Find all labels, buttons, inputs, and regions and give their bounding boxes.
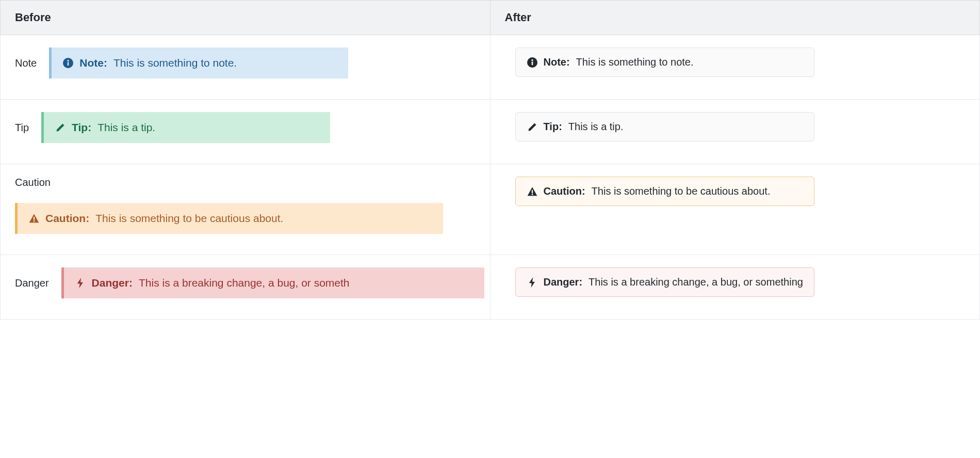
table-row: Caution Caution: This is something to be…	[1, 164, 980, 255]
column-header-after: After	[490, 1, 980, 35]
callout-text: This is something to note.	[576, 56, 694, 68]
callout-label: Danger:	[92, 277, 133, 289]
callout-text: This is a tip.	[97, 121, 155, 134]
callout-danger-after: Danger: This is a breaking change, a bug…	[515, 267, 814, 297]
table-row: Note Note: This is something to note.	[1, 35, 980, 100]
svg-point-2	[68, 60, 69, 61]
callout-text: This is a tip.	[568, 121, 624, 133]
callout-text: This is something to be cautious about.	[95, 212, 283, 225]
svg-point-9	[531, 194, 533, 195]
lightning-icon	[527, 277, 537, 288]
pencil-icon	[527, 122, 537, 132]
pencil-icon	[55, 122, 66, 133]
svg-rect-6	[34, 217, 35, 220]
callout-danger-before: Danger: This is a breaking change, a bug…	[61, 267, 484, 298]
callout-label: Note:	[79, 57, 107, 69]
callout-tip-after: Tip: This is a tip.	[515, 112, 814, 141]
callout-label: Caution:	[544, 185, 585, 197]
warning-triangle-icon	[527, 186, 537, 197]
svg-point-7	[34, 220, 35, 222]
callout-label: Note:	[544, 56, 570, 68]
callout-note-after: Note: This is something to note.	[515, 48, 814, 77]
callout-caution-before: Caution: This is something to be cautiou…	[15, 203, 443, 234]
svg-point-5	[531, 59, 533, 60]
row-label-note: Note	[15, 57, 37, 69]
comparison-table: Before After Note Note: This is somethin…	[0, 0, 980, 320]
row-label-danger: Danger	[15, 277, 49, 289]
svg-rect-8	[531, 189, 532, 193]
info-circle-icon	[63, 58, 73, 68]
row-label-tip: Tip	[15, 122, 29, 134]
callout-tip-before: Tip: This is a tip.	[41, 112, 330, 143]
callout-text: This is a breaking change, a bug, or som…	[139, 277, 350, 289]
callout-label: Tip:	[544, 121, 562, 133]
callout-text: This is a breaking change, a bug, or som…	[589, 276, 803, 288]
info-circle-icon	[527, 57, 537, 68]
table-row: Tip Tip: This is a tip. Tip:	[1, 100, 980, 164]
svg-rect-1	[68, 62, 69, 66]
warning-triangle-icon	[29, 213, 39, 224]
callout-text: This is something to be cautious about.	[592, 185, 771, 197]
column-header-before: Before	[1, 1, 491, 35]
callout-text: This is something to note.	[113, 57, 237, 69]
callout-label: Danger:	[544, 276, 583, 288]
table-row: Danger Danger: This is a breaking change…	[1, 255, 980, 320]
callout-label: Tip:	[72, 121, 91, 134]
row-label-caution: Caution	[15, 177, 485, 188]
callout-note-before: Note: This is something to note.	[49, 48, 348, 78]
callout-caution-after: Caution: This is something to be cautiou…	[515, 177, 814, 206]
callout-label: Caution:	[45, 212, 89, 225]
lightning-icon	[75, 278, 86, 288]
svg-rect-4	[531, 61, 533, 65]
